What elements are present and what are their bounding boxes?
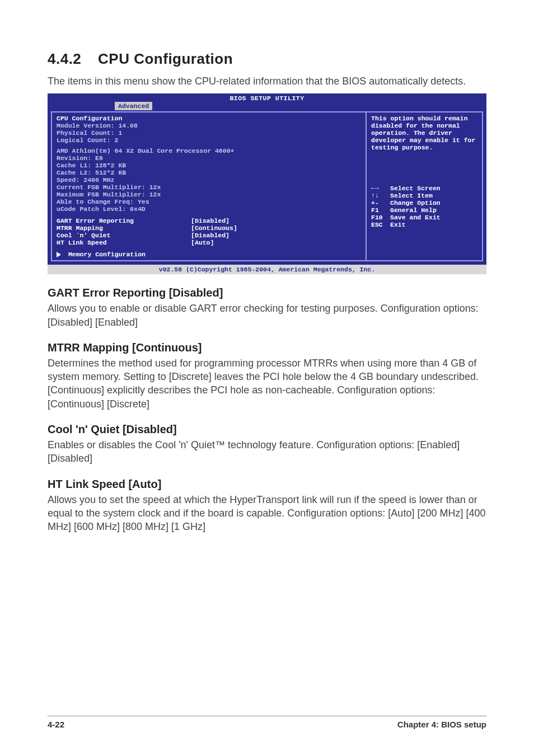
option-ht-heading: HT Link Speed [Auto] <box>48 478 486 491</box>
page-footer: 4-22 Chapter 4: BIOS setup <box>48 716 486 729</box>
option-ht-link: HT Link Speed [Auto] Allows you to set t… <box>48 478 486 534</box>
page-number: 4-22 <box>48 720 64 729</box>
bios-option-mtrr[interactable]: MTRR Mapping [Continuous] <box>57 224 361 232</box>
bios-submenu-label: Memory Configuration <box>68 251 146 258</box>
bios-panel: BIOS SETUP UTILITY Advanced CPU Configur… <box>48 93 486 274</box>
bios-revision: Revision: E6 <box>57 154 361 162</box>
bios-physical-count: Physical Count: 1 <box>57 129 361 137</box>
bios-option-gart-label: GART Error Reporting <box>57 217 191 224</box>
option-mtrr-body: Determines the method used for programmi… <box>48 356 486 411</box>
bios-speed: Speed: 2400 MHz <box>57 176 361 184</box>
bios-option-ht-label: HT Link Speed <box>57 239 191 246</box>
bios-cache-l2: Cache L2: 512*2 KB <box>57 169 361 176</box>
chapter-title: Chapter 4: BIOS setup <box>397 720 486 729</box>
option-cnq-body: Enables or disables the Cool 'n' Quiet™ … <box>48 438 486 466</box>
nav-text-screen: Select Screen <box>390 185 441 192</box>
bios-option-ht-value: [Auto] <box>191 239 214 246</box>
bios-help-text: This option should remain disabled for t… <box>371 115 477 151</box>
bios-cpu-configuration-label: CPU Configuration <box>57 115 361 122</box>
bios-ucode: uCode Patch Level: 0x4D <box>57 205 361 213</box>
bios-option-cool-n-quiet[interactable]: Cool `n' Quiet [Disabled] <box>57 232 361 239</box>
option-mtrr: MTRR Mapping [Continuous] Determines the… <box>48 341 486 411</box>
bios-right-pane: This option should remain disabled for t… <box>366 111 483 261</box>
bios-option-gart-value: [Disabled] <box>191 217 229 224</box>
nav-text-item: Select Item <box>390 192 433 199</box>
bios-title: BIOS SETUP UTILITY <box>48 93 486 102</box>
section-number: 4.4.2 <box>48 50 81 67</box>
nav-key-save: F10 <box>371 214 390 221</box>
submenu-arrow-icon <box>57 252 61 257</box>
bios-option-cnq-value: [Disabled] <box>191 232 229 239</box>
bios-current-fsb: Current FSB Multiplier: 12x <box>57 184 361 191</box>
bios-cpu-name: AMD Athlon(tm) 64 X2 Dual Core Processor… <box>57 147 361 154</box>
bios-option-ht-link[interactable]: HT Link Speed [Auto] <box>57 239 361 246</box>
bios-option-mtrr-label: MTRR Mapping <box>57 224 191 232</box>
bios-logical-count: Logical Count: 2 <box>57 137 361 144</box>
nav-key-item: ↑↓ <box>371 192 390 199</box>
nav-key-exit: ESC <box>371 221 390 228</box>
option-cnq-heading: Cool 'n' Quiet [Disabled] <box>48 423 486 436</box>
option-mtrr-heading: MTRR Mapping [Continuous] <box>48 341 486 354</box>
nav-key-screen: ←→ <box>371 185 390 192</box>
bios-left-pane: CPU Configuration Module Version: 14.08 … <box>51 111 366 261</box>
bios-able-change: Able to Change Freq: Yes <box>57 198 361 205</box>
bios-footer: v02.58 (C)Copyright 1985-2004, American … <box>48 265 486 274</box>
bios-tab-advanced[interactable]: Advanced <box>115 102 152 110</box>
nav-text-exit: Exit <box>390 221 406 228</box>
bios-option-mtrr-value: [Continuous] <box>191 224 237 232</box>
option-gart-heading: GART Error Reporting [Disabled] <box>48 287 486 299</box>
bios-module-version: Module Version: 14.08 <box>57 122 361 129</box>
bios-submenu-memory[interactable]: Memory Configuration <box>57 251 361 258</box>
nav-text-help: General Help <box>390 206 437 214</box>
intro-text: The items in this menu show the CPU-rela… <box>48 74 486 88</box>
bios-max-fsb: Maximum FSB Multiplier: 12x <box>57 191 361 198</box>
nav-text-change: Change Option <box>390 199 441 206</box>
nav-key-change: +- <box>371 199 390 206</box>
bios-cache-l1: Cache L1: 128*2 KB <box>57 162 361 169</box>
bios-nav-hints: ←→Select Screen ↑↓Select Item +-Change O… <box>371 185 477 228</box>
section-heading: 4.4.2 CPU Configuration <box>48 50 486 68</box>
option-ht-body: Allows you to set the speed at which the… <box>48 493 486 534</box>
option-cool-n-quiet: Cool 'n' Quiet [Disabled] Enables or dis… <box>48 423 486 466</box>
option-gart-body: Allows you to enable or disable GART err… <box>48 302 486 329</box>
bios-option-gart[interactable]: GART Error Reporting [Disabled] <box>57 217 361 224</box>
nav-text-save: Save and Exit <box>390 214 441 221</box>
nav-key-help: F1 <box>371 206 390 214</box>
section-title: CPU Configuration <box>98 50 233 67</box>
option-gart: GART Error Reporting [Disabled] Allows y… <box>48 287 486 329</box>
bios-option-cnq-label: Cool `n' Quiet <box>57 232 191 239</box>
